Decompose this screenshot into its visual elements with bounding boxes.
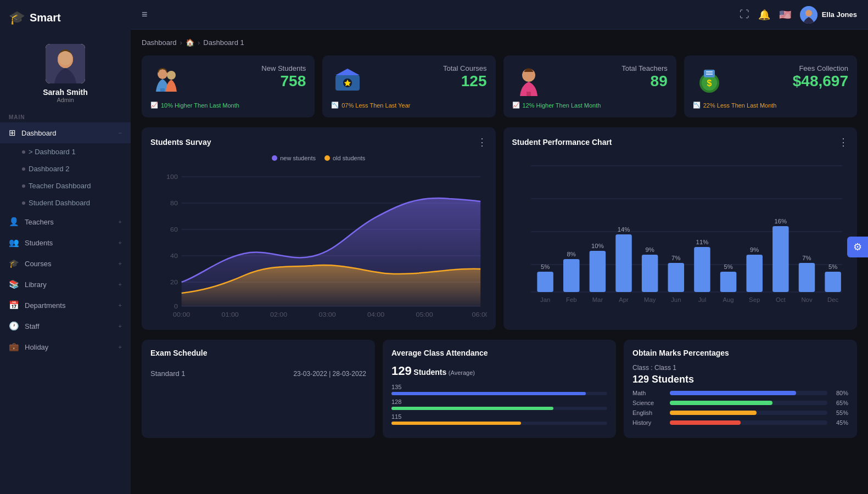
charts-row: Students Survay ⋮ new students old stude…: [142, 127, 857, 330]
topbar-user-name: Ella Jones: [822, 10, 857, 19]
stat-card-fees: $ Fees Collection $48,697 📉 22% Less The…: [684, 55, 857, 117]
svg-rect-17: [704, 70, 715, 77]
legend-new-students: new students: [272, 155, 316, 161]
topbar-user[interactable]: Ella Jones: [800, 6, 857, 24]
svg-text:8%: 8%: [567, 251, 576, 257]
attendance-sub: (Average): [449, 369, 475, 376]
breadcrumb-current: Dashboard 1: [203, 38, 244, 47]
topbar-right: ⛶ 🔔 🇺🇸 Ella Jones: [740, 6, 857, 24]
total-courses-label: Total Courses: [443, 64, 486, 72]
library-icon: 📚: [9, 279, 19, 289]
svg-text:Jun: Jun: [671, 297, 681, 303]
hamburger-icon[interactable]: ≡: [142, 9, 148, 20]
sidebar-logo[interactable]: 🎓 Smart: [0, 0, 131, 35]
svg-text:01:00: 01:00: [222, 311, 239, 318]
svg-text:7%: 7%: [671, 255, 681, 261]
exam-schedule-title: Exam Schedule: [150, 349, 366, 357]
marks-pct-1: 80%: [832, 390, 848, 396]
attendance-bar-row-3: 115: [391, 413, 607, 420]
notification-icon[interactable]: 🔔: [758, 9, 770, 21]
sidebar-profile: Sarah Smith Admin: [0, 35, 131, 108]
total-courses-info: Total Courses 125: [443, 64, 486, 90]
fees-stat-icon: $: [693, 64, 726, 97]
breadcrumb-sep2: ›: [198, 38, 200, 47]
svg-rect-53: [772, 226, 788, 292]
svg-text:20: 20: [170, 279, 178, 285]
svg-text:03:00: 03:00: [319, 311, 337, 318]
attendance-value: 129: [391, 364, 412, 378]
expand-icon: +: [119, 260, 122, 267]
stat-cards: New Students 758 📈 10% Higher Then Last …: [142, 55, 857, 117]
breadcrumb-home-icon[interactable]: 🏠: [186, 38, 194, 47]
fees-trend: 📉 22% Less Then Last Month: [693, 102, 848, 109]
attendance-bars: 135 128 115: [391, 384, 607, 425]
total-teachers-trend: 📈 12% Higher Then Last Month: [512, 102, 668, 109]
sidebar-item-departments[interactable]: 📅 Departments +: [0, 295, 131, 316]
sidebar-item-students[interactable]: 👥 Students +: [0, 232, 131, 253]
language-flag[interactable]: 🇺🇸: [779, 9, 791, 21]
svg-point-4: [59, 51, 72, 65]
settings-fab[interactable]: ⚙: [847, 237, 868, 257]
svg-rect-44: [537, 272, 553, 292]
survey-chart-title: Students Survay: [150, 138, 211, 147]
svg-text:Oct: Oct: [776, 297, 786, 303]
sidebar-item-dashboard[interactable]: ⊞ Dashboard −: [0, 122, 131, 143]
marks-card: Obtain Marks Percentages Class : Class 1…: [624, 340, 857, 438]
exam-row: Standard 1 23-03-2022 | 28-03-2022: [150, 364, 366, 383]
survey-chart-menu[interactable]: ⋮: [477, 136, 487, 148]
trend-text: 12% Higher Then Last Month: [523, 102, 601, 109]
departments-icon: 📅: [9, 300, 19, 310]
sidebar-item-dashboard2[interactable]: Dashboard 2: [22, 160, 131, 177]
svg-text:100: 100: [166, 173, 178, 180]
app-name: Smart: [30, 12, 61, 24]
sidebar-item-dashboard1[interactable]: > Dashboard 1: [22, 143, 131, 160]
marks-pct-3: 55%: [832, 409, 848, 416]
exam-schedule-card: Exam Schedule Standard 1 23-03-2022 | 28…: [142, 340, 375, 438]
attendance-bar-bg-1: [391, 392, 607, 395]
marks-bar-fill-2: [670, 401, 772, 405]
expand-icon: +: [119, 218, 122, 225]
svg-rect-48: [641, 255, 657, 292]
breadcrumb-dashboard[interactable]: Dashboard: [142, 38, 177, 47]
performance-chart-title: Student Performance Chart: [512, 138, 612, 147]
marks-bars: Math 80% Science 65% Engli: [632, 390, 848, 426]
sidebar-item-library[interactable]: 📚 Library +: [0, 274, 131, 295]
attendance-bar-fill-2: [391, 407, 553, 410]
survey-chart-header: Students Survay ⋮: [150, 136, 487, 148]
sidebar-item-teachers[interactable]: 👤 Teachers +: [0, 211, 131, 232]
sidebar-item-holiday[interactable]: 💼 Holiday +: [0, 336, 131, 357]
collapse-icon: −: [119, 130, 122, 136]
attendance-bar-fill-3: [391, 422, 521, 425]
sidebar-item-courses[interactable]: 🎓 Courses +: [0, 253, 131, 274]
svg-text:11%: 11%: [696, 239, 708, 245]
sidebar-item-label: Dashboard: [21, 129, 119, 137]
sidebar-item-teacher-dashboard[interactable]: Teacher Dashboard: [22, 177, 131, 194]
svg-text:5%: 5%: [724, 264, 733, 270]
svg-rect-51: [720, 272, 736, 292]
performance-chart-header: Student Performance Chart ⋮: [512, 136, 849, 148]
sidebar-item-staff[interactable]: 🕐 Staff +: [0, 316, 131, 336]
svg-text:9%: 9%: [750, 247, 759, 253]
sidebar-section-main: MAIN: [0, 108, 131, 122]
sidebar-user-role: Admin: [57, 97, 74, 103]
marks-pct-2: 65%: [832, 400, 848, 406]
sidebar-item-student-dashboard[interactable]: Student Dashboard: [22, 194, 131, 211]
marks-subject-3: English: [632, 409, 665, 416]
fees-label: Fees Collection: [793, 64, 848, 72]
svg-text:Aug: Aug: [723, 297, 733, 303]
trend-text: 22% Less Then Last Month: [703, 102, 777, 109]
expand-icon: +: [119, 281, 122, 288]
svg-text:May: May: [643, 297, 656, 303]
svg-text:80: 80: [170, 200, 178, 206]
performance-chart-menu[interactable]: ⋮: [838, 136, 848, 148]
fullscreen-icon[interactable]: ⛶: [740, 9, 749, 20]
svg-text:Nov: Nov: [801, 297, 813, 303]
attendance-unit: Students: [413, 368, 446, 377]
teachers-stat-icon: [512, 64, 545, 97]
svg-text:10%: 10%: [591, 243, 604, 249]
fees-value: $48,697: [793, 72, 848, 90]
legend-old-students: old students: [324, 155, 365, 161]
sub-dot: [22, 184, 25, 188]
svg-text:05:00: 05:00: [416, 311, 433, 318]
expand-icon: +: [119, 302, 122, 308]
